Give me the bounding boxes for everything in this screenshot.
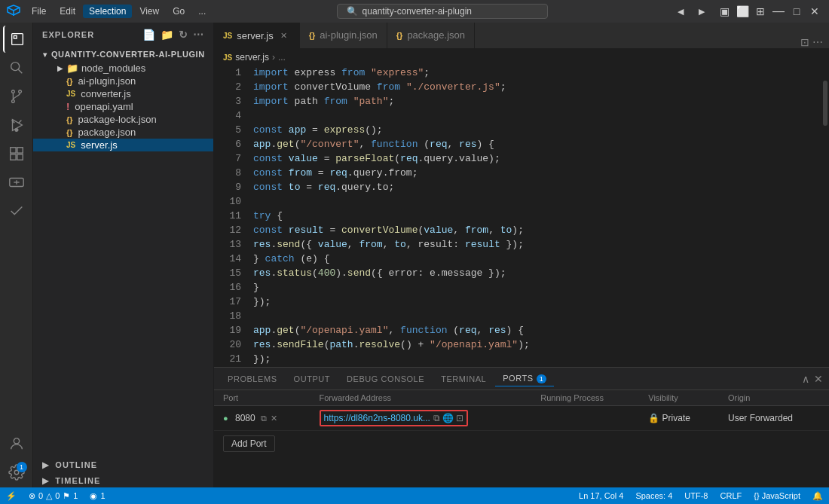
running-process-cell (531, 406, 639, 431)
code-line-12: const result = convertVolume(value, from… (253, 223, 821, 237)
window-controls: ▣ ⬜ ⊞ — □ ✕ (716, 3, 823, 20)
activity-remote[interactable] (3, 169, 30, 196)
timeline-section[interactable]: ▶ TIMELINE (33, 472, 213, 487)
line-numbers: 12345678910111213141516171819202122 (214, 66, 247, 367)
tab-json-icon: {} (309, 31, 316, 40)
status-encoding[interactable]: UTF-8 (678, 487, 714, 504)
collapse-icon[interactable]: ⋯ (193, 29, 204, 41)
panel-collapse-btn[interactable]: ∧ (802, 373, 809, 385)
tab-server-js[interactable]: JS server.js ✕ (214, 23, 300, 48)
menu-go[interactable]: Go (167, 5, 191, 18)
window-layout-btn2[interactable]: ⬜ (734, 3, 751, 20)
add-port-button[interactable]: Add Port (223, 435, 275, 452)
activity-search[interactable] (3, 54, 30, 81)
activity-account[interactable] (3, 430, 30, 457)
status-spaces[interactable]: Spaces: 4 (629, 487, 678, 504)
window-layout-btn3[interactable]: ⊞ (752, 3, 769, 20)
panel-tab-output[interactable]: OUTPUT (286, 371, 338, 386)
sidebar-item-package-lock[interactable]: {} package-lock.json (33, 113, 213, 126)
delete-port-icon[interactable]: ✕ (271, 414, 277, 423)
forwarded-address-link[interactable]: https://dl86n2ns-8080.uk... (324, 413, 430, 423)
nav-forward[interactable]: ▶ (693, 3, 710, 20)
copy-link-icon[interactable]: ⧉ (433, 413, 440, 423)
panel-tab-debug-console[interactable]: DEBUG CONSOLE (339, 371, 432, 386)
code-line-17: }); (253, 295, 821, 309)
status-sync[interactable]: ◉ 1 (84, 487, 111, 504)
code-line-4 (253, 108, 821, 123)
menu-edit[interactable]: Edit (54, 5, 81, 18)
status-language[interactable]: {} JavaScript (748, 487, 806, 504)
window-layout-btn[interactable]: ▣ (716, 3, 733, 20)
sidebar-item-ai-plugin[interactable]: {} ai-plugin.json (33, 75, 213, 87)
menu-more[interactable]: ... (192, 5, 212, 18)
activity-source-control[interactable] (3, 83, 30, 110)
menu-file[interactable]: File (26, 5, 52, 18)
panel-tab-problems[interactable]: PROBLEMS (220, 371, 285, 386)
code-line-1: import express from "express"; (253, 66, 821, 80)
menu-view[interactable]: View (133, 5, 165, 18)
search-box[interactable]: 🔍 quantity-converter-ai-plugin (337, 4, 548, 19)
status-notifications[interactable]: 🔔 (806, 487, 829, 504)
breadcrumb-sep: › (272, 52, 275, 63)
window-minimize[interactable]: — (770, 3, 787, 20)
scrollbar[interactable] (821, 66, 829, 367)
new-folder-icon[interactable]: 📁 (161, 29, 174, 41)
panel-close-btn[interactable]: ✕ (814, 373, 823, 385)
sidebar-item-openapi[interactable]: ! openapi.yaml (33, 100, 213, 113)
nav-back[interactable]: ◀ (672, 3, 689, 20)
preview-icon[interactable]: ⊡ (456, 413, 463, 423)
code-line-2: import convertVolume from "./converter.j… (253, 80, 821, 94)
breadcrumb-more[interactable]: ... (278, 52, 286, 63)
activity-settings[interactable]: 1 (3, 459, 30, 486)
sidebar-item-node-modules[interactable]: ▶ 📁 node_modules (33, 62, 213, 75)
sidebar-header-actions: 📄 📁 ↻ ⋯ (142, 29, 204, 41)
status-bar: ⚡ ⊗ 0 △ 0 ⚑ 1 ◉ 1 Ln 17, Col 4 Spaces: 4… (0, 487, 829, 504)
sidebar-item-package[interactable]: {} package.json (33, 126, 213, 139)
svg-point-8 (15, 129, 18, 132)
outline-section[interactable]: ▶ OUTLINE (33, 456, 213, 472)
panel-tab-terminal[interactable]: TERMINAL (433, 371, 494, 386)
project-root[interactable]: ▾ QUANTITY-CONVERTER-AI-PLUGIN (33, 47, 213, 62)
new-file-icon[interactable]: 📄 (142, 29, 156, 41)
scrollbar-thumb[interactable] (823, 81, 827, 126)
svg-line-3 (18, 69, 22, 73)
activity-testing[interactable] (3, 197, 30, 225)
activity-extensions[interactable] (3, 140, 30, 167)
tab-server-js-close[interactable]: ✕ (278, 29, 290, 41)
status-problems[interactable]: ⊗ 0 △ 0 ⚑ 1 (23, 487, 84, 504)
status-line-ending[interactable]: CRLF (714, 487, 748, 504)
sidebar-item-server[interactable]: JS server.js (33, 139, 213, 151)
tab-ai-plugin[interactable]: {} ai-plugin.json (300, 23, 387, 48)
json-file-icon: {} (66, 77, 73, 86)
col-visibility: Visibility (639, 390, 719, 406)
window-maximize[interactable]: □ (788, 3, 805, 20)
timeline-arrow: ▶ (42, 476, 49, 485)
code-line-11: try { (253, 209, 821, 223)
status-cursor[interactable]: Ln 17, Col 4 (573, 487, 629, 504)
activity-run-debug[interactable] (3, 111, 30, 139)
sidebar-item-converter[interactable]: JS converter.js (33, 87, 213, 100)
port-status-indicator: ● (223, 414, 228, 423)
code-content[interactable]: import express from "express";import con… (247, 66, 821, 367)
project-name: QUANTITY-CONVERTER-AI-PLUGIN (51, 50, 205, 59)
tab-actions: ⊡ ⋯ (794, 36, 829, 48)
copy-port-icon[interactable]: ⧉ (261, 414, 267, 423)
status-remote[interactable]: ⚡ (0, 487, 23, 504)
tab-package-json[interactable]: {} package.json (387, 23, 475, 48)
origin-cell: User Forwarded (719, 406, 829, 431)
breadcrumb-file[interactable]: server.js (235, 52, 269, 63)
panel-tab-ports[interactable]: PORTS1 (495, 371, 554, 386)
panel: PROBLEMS OUTPUT DEBUG CONSOLE TERMINAL P… (214, 367, 829, 487)
code-editor[interactable]: 12345678910111213141516171819202122 impo… (214, 66, 829, 367)
code-line-8: const from = req.query.from; (253, 166, 821, 180)
open-browser-icon[interactable]: 🌐 (442, 413, 454, 423)
refresh-icon[interactable]: ↻ (179, 29, 188, 41)
menu-selection[interactable]: Selection (83, 5, 132, 18)
titlebar: File Edit Selection View Go ... 🔍 quanti… (0, 0, 829, 23)
activity-explorer[interactable] (3, 26, 30, 53)
error-icon: ⊗ (29, 491, 35, 501)
more-tabs-btn[interactable]: ⋯ (812, 36, 823, 48)
menu-bar: File Edit Selection View Go ... (26, 5, 212, 18)
split-editor-btn[interactable]: ⊡ (800, 36, 809, 48)
window-close[interactable]: ✕ (806, 3, 823, 20)
